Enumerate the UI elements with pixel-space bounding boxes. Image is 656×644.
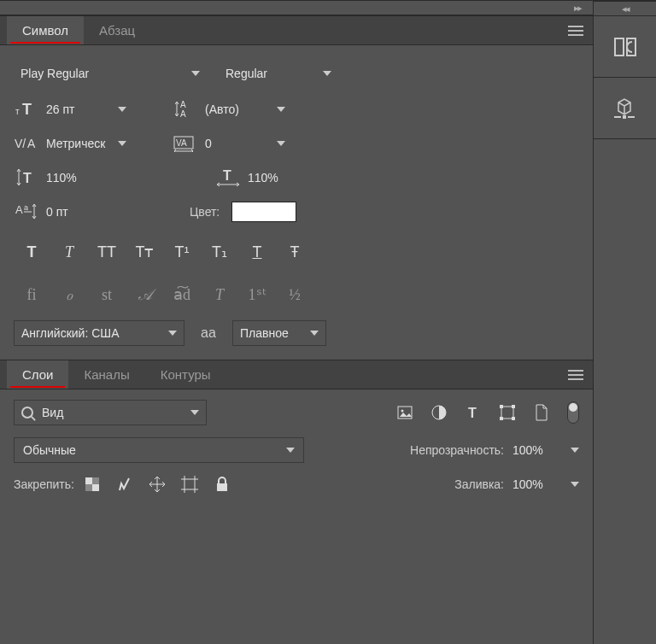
superscript-button[interactable]: T¹ — [167, 240, 196, 264]
tab-paths[interactable]: Контуры — [145, 360, 226, 389]
ordinals-button[interactable]: 1ˢᵗ — [243, 283, 272, 307]
vertical-scale-icon: T — [14, 167, 39, 189]
chevron-down-icon — [190, 410, 199, 415]
font-family-dropdown[interactable]: Play Regular — [14, 61, 207, 86]
svg-point-14 — [401, 410, 404, 413]
opacity-field[interactable]: 100% — [512, 443, 579, 457]
color-swatch[interactable] — [231, 202, 296, 222]
lock-label: Закрепить: — [14, 477, 74, 491]
baseline-shift-field[interactable]: Aa 0 пт — [14, 201, 106, 223]
baseline-shift-icon: Aa — [14, 201, 39, 223]
antialias-value: Плавное — [240, 326, 289, 340]
font-style-value: Regular — [226, 67, 267, 80]
lock-image-icon[interactable] — [115, 475, 134, 494]
svg-rect-36 — [615, 38, 624, 56]
dock-paragraph-styles[interactable] — [594, 16, 656, 78]
stylistic-alt-button[interactable]: a͠d — [167, 283, 196, 307]
svg-rect-23 — [92, 484, 99, 491]
expand-arrows-icon[interactable]: ◂◂ — [622, 3, 629, 15]
underline-button[interactable]: T — [243, 240, 272, 264]
svg-text:T: T — [23, 171, 32, 185]
lock-all-icon[interactable] — [213, 475, 231, 494]
font-style-dropdown[interactable]: Regular — [219, 61, 338, 86]
font-size-field[interactable]: тT 26 пт — [14, 98, 132, 120]
svg-text:VA: VA — [176, 138, 187, 148]
layers-tab-bar: Слои Каналы Контуры — [0, 360, 593, 389]
svg-text:A: A — [27, 137, 36, 150]
blend-mode-dropdown[interactable]: Обычные — [14, 437, 304, 463]
swash-button[interactable]: 𝒜 — [130, 283, 159, 307]
leading-value: (Авто) — [205, 102, 239, 116]
all-caps-button[interactable]: TT — [92, 240, 121, 264]
small-caps-button[interactable]: Tᴛ — [130, 240, 159, 264]
discretionary-lig-button[interactable]: st — [92, 283, 121, 307]
filter-adjustment-icon[interactable] — [430, 404, 448, 421]
top-strip: ▸▸ — [0, 0, 593, 15]
chevron-down-icon — [118, 107, 126, 112]
opacity-value: 100% — [512, 443, 543, 457]
fill-field[interactable]: 100% — [512, 477, 579, 491]
svg-rect-17 — [501, 407, 513, 419]
chevron-down-icon — [571, 448, 579, 453]
layer-filter-dropdown[interactable]: Вид — [14, 400, 207, 425]
chevron-down-icon — [310, 331, 319, 336]
svg-text:V/: V/ — [15, 137, 26, 150]
horizontal-scale-icon: T — [215, 167, 241, 189]
chevron-down-icon — [277, 107, 285, 112]
fractions-button[interactable]: ½ — [280, 283, 309, 307]
chevron-down-icon — [168, 331, 177, 336]
contextual-alt-button[interactable]: ℴ — [55, 283, 84, 307]
chevron-down-icon — [277, 141, 285, 146]
dock-3d-panel[interactable] — [594, 78, 656, 139]
lock-icons — [83, 475, 231, 494]
horizontal-scale-field[interactable]: T 110% — [215, 167, 308, 189]
svg-rect-35 — [217, 483, 227, 491]
svg-text:a: a — [24, 203, 28, 212]
svg-rect-25 — [85, 484, 92, 491]
language-dropdown[interactable]: Английский: США — [14, 320, 184, 346]
filter-toggle[interactable] — [567, 401, 579, 424]
tracking-field[interactable]: VA 0 — [173, 132, 290, 155]
vertical-scale-field[interactable]: T 110% — [14, 167, 106, 189]
titling-alt-button[interactable]: T — [205, 283, 234, 307]
ligatures-button[interactable]: fi — [17, 283, 46, 307]
subscript-button[interactable]: T₁ — [205, 240, 234, 264]
kerning-value: Метрическ — [46, 137, 105, 150]
char-panel-menu[interactable] — [559, 16, 593, 44]
filter-type-icon[interactable]: T — [465, 404, 482, 421]
strikethrough-button[interactable]: Ŧ — [280, 240, 309, 264]
tracking-icon: VA — [173, 132, 198, 155]
leading-field[interactable]: AA (Авто) — [173, 98, 290, 120]
layers-panel-menu[interactable] — [559, 360, 593, 389]
layer-filter-icons: T — [396, 404, 550, 421]
svg-rect-37 — [627, 38, 636, 56]
tab-paragraph[interactable]: Абзац — [84, 16, 150, 44]
chevron-down-icon — [286, 448, 295, 453]
svg-text:T: T — [223, 168, 231, 183]
vertical-scale-value: 110% — [46, 171, 77, 184]
aa-icon: aa — [196, 325, 220, 341]
opentype-row: fi ℴ st 𝒜 a͠d T 1ˢᵗ ½ — [14, 278, 354, 308]
tab-layers[interactable]: Слои — [7, 360, 68, 389]
right-dock: ◂◂ — [593, 0, 656, 644]
lock-transparent-icon[interactable] — [83, 475, 102, 494]
kerning-field[interactable]: V/A Метрическ — [14, 132, 132, 155]
lock-position-icon[interactable] — [148, 475, 167, 494]
tracking-value: 0 — [205, 137, 212, 150]
svg-text:A: A — [15, 203, 23, 216]
faux-italic-button[interactable]: T — [55, 240, 84, 264]
collapse-arrows-icon[interactable]: ▸▸ — [574, 3, 581, 14]
faux-bold-button[interactable]: T — [17, 240, 46, 264]
filter-shape-icon[interactable] — [499, 404, 516, 421]
tab-channels[interactable]: Каналы — [68, 360, 144, 389]
antialias-dropdown[interactable]: Плавное — [232, 320, 326, 346]
font-size-icon: тT — [14, 98, 39, 120]
filter-pixel-icon[interactable] — [396, 404, 413, 421]
chevron-down-icon — [571, 482, 579, 487]
svg-text:A: A — [180, 109, 186, 119]
tab-character[interactable]: Символ — [7, 16, 84, 44]
svg-rect-26 — [184, 479, 195, 489]
menu-icon — [568, 370, 583, 380]
filter-smartobject-icon[interactable] — [533, 404, 550, 421]
lock-artboard-icon[interactable] — [180, 475, 199, 494]
